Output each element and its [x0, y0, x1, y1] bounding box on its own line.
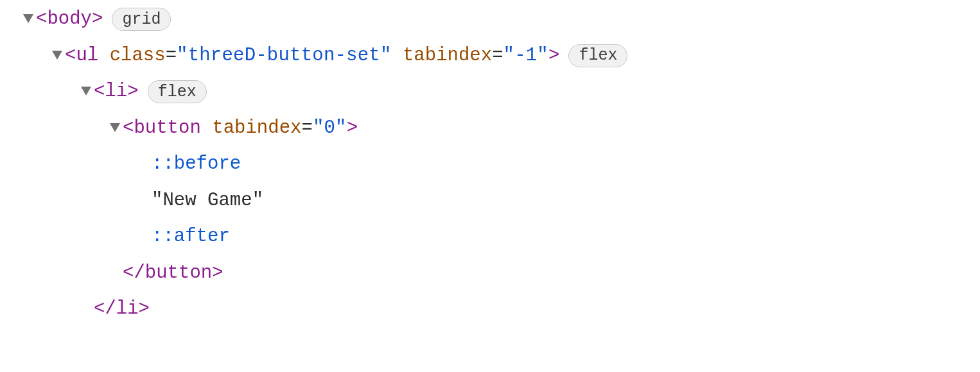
attr-name-tabindex: tabindex	[212, 110, 301, 147]
tag-button-close-bracket: >	[347, 110, 358, 147]
pseudo-before: ::before	[152, 146, 241, 183]
tree-row-li[interactable]: <li> flex	[0, 74, 980, 110]
tree-row-button-end[interactable]: </button>	[0, 255, 980, 292]
tag-ul-close-bracket: >	[548, 38, 559, 74]
space	[98, 38, 109, 74]
equals: =	[301, 110, 312, 147]
expand-arrow-icon[interactable]	[0, 85, 94, 98]
tag-button-end: </button>	[123, 255, 223, 292]
expand-arrow-icon[interactable]	[0, 122, 123, 135]
tag-ul-open: <ul	[65, 38, 98, 74]
layout-badge-grid[interactable]: grid	[112, 8, 171, 31]
expand-arrow-icon[interactable]	[0, 49, 65, 62]
tree-row-text-node[interactable]: "New Game"	[0, 183, 980, 219]
layout-badge-flex[interactable]: flex	[568, 44, 627, 67]
tree-row-body[interactable]: <body> grid	[0, 1, 980, 38]
tag-body-open: <body>	[36, 1, 103, 38]
attr-name-class: class	[110, 38, 166, 74]
tag-li-end: </li>	[94, 291, 150, 328]
space	[392, 38, 403, 74]
tag-li-open: <li>	[94, 74, 139, 110]
tree-row-pseudo-before[interactable]: ::before	[0, 146, 980, 183]
attr-name-tabindex: tabindex	[403, 38, 492, 74]
tree-row-ul[interactable]: <ul class = "threeD-button-set" tabindex…	[0, 38, 980, 74]
tree-row-li-end[interactable]: </li>	[0, 291, 980, 328]
text-node-content: "New Game"	[152, 183, 263, 219]
attr-value-tabindex: "0"	[313, 110, 347, 147]
layout-badge-flex[interactable]: flex	[148, 80, 207, 103]
tree-row-pseudo-after[interactable]: ::after	[0, 219, 980, 255]
tag-button-open: <button	[123, 110, 201, 147]
space	[201, 110, 212, 147]
tree-row-button[interactable]: <button tabindex = "0" >	[0, 110, 980, 147]
expand-arrow-icon[interactable]	[0, 13, 36, 26]
equals: =	[166, 38, 177, 74]
attr-value-tabindex: "-1"	[503, 38, 548, 74]
pseudo-after: ::after	[152, 219, 230, 255]
dom-tree[interactable]: <body> grid <ul class = "threeD-button-s…	[0, 0, 980, 328]
attr-value-class: "threeD-button-set"	[177, 38, 391, 74]
equals: =	[492, 38, 503, 74]
